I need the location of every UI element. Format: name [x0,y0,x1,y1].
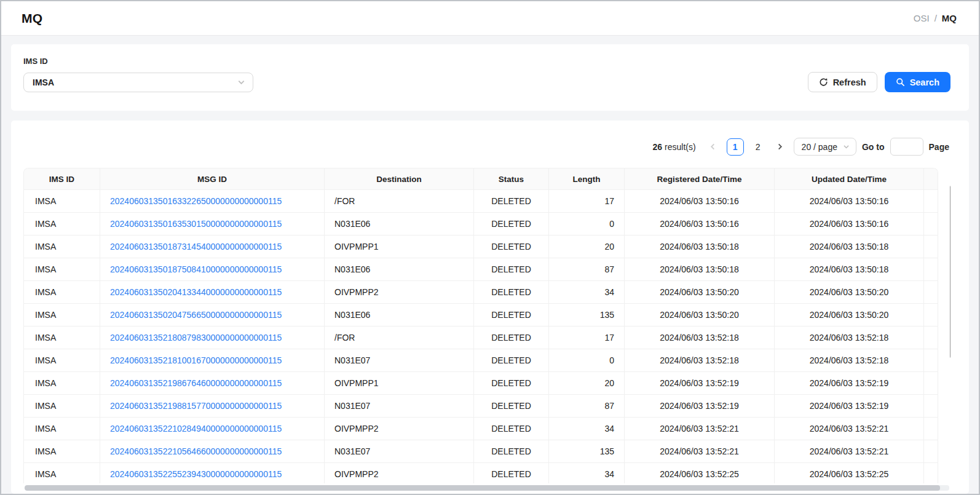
cell-updated: 2024/06/03 13:50:16 [775,190,924,213]
cell-ims-id: IMSA [24,258,100,281]
cell-destination: /FOR [325,190,474,213]
page-size-value: 20 / page [802,142,837,152]
column-header-ims-id: IMS ID [24,168,100,190]
column-header-status: Status [474,168,549,190]
table-row: IMSA 20240603135221056466000000000000011… [24,440,938,463]
cell-destination: N031E06 [325,213,474,236]
cell-ims-id: IMSA [24,395,100,418]
refresh-button-label: Refresh [833,77,866,87]
page-number-1[interactable]: 1 [727,138,744,156]
vertical-scrollbar[interactable]: ▲ ▼ [947,168,950,483]
table-row: IMSA 20240603135020413344000000000000011… [24,281,938,304]
cell-registered: 2024/06/03 13:50:20 [625,281,775,304]
vertical-scrollbar-thumb[interactable] [950,184,950,359]
scroll-down-icon[interactable]: ▼ [947,472,950,481]
page-number-2[interactable]: 2 [749,138,767,156]
cell-ims-id: IMSA [24,327,100,349]
cell-length: 135 [549,440,625,463]
goto-page-input[interactable] [890,138,923,156]
column-header-msg-id: MSG ID [100,168,325,190]
cell-length: 34 [549,281,625,304]
cell-status: DELETED [474,372,549,395]
cell-status: DELETED [474,213,549,236]
cell-length: 17 [549,327,625,349]
cell-spacer [924,236,938,258]
cell-status: DELETED [474,463,549,483]
msg-id-link[interactable]: 202406031352198815770000000000000115 [110,401,282,411]
cell-registered: 2024/06/03 13:50:16 [625,213,775,236]
cell-spacer [924,258,938,281]
table-zone: IMS ID MSG ID Destination Status Length … [23,168,950,483]
cell-ims-id: IMSA [24,349,100,372]
msg-id-link[interactable]: 202406031350187508410000000000000115 [110,264,282,274]
search-button[interactable]: Search [885,72,950,92]
msg-id-link[interactable]: 202406031350163530150000000000000115 [110,219,282,229]
msg-id-link[interactable]: 202406031352180879830000000000000115 [110,333,282,343]
cell-destination: N031E06 [325,258,474,281]
pagination: 26 result(s) 1 2 20 / page Go to Page [23,138,950,156]
cell-destination: OIVPMPP2 [325,281,474,304]
refresh-button[interactable]: Refresh [808,72,877,92]
ims-id-select[interactable]: IMSA [23,73,253,92]
results-count: 26 result(s) [653,142,696,152]
msg-id-link[interactable]: 202406031350204756650000000000000115 [110,310,282,320]
goto-label: Go to [862,142,885,152]
cell-ims-id: IMSA [24,440,100,463]
cell-destination: N031E07 [325,395,474,418]
table-row: IMSA 20240603135218087983000000000000011… [24,327,938,349]
breadcrumb-item-osi[interactable]: OSI [914,13,930,23]
column-header-updated: Updated Date/Time [775,168,924,190]
table-row: IMSA 20240603135218100167000000000000011… [24,349,938,372]
cell-updated: 2024/06/03 13:52:21 [775,440,924,463]
cell-spacer [924,349,938,372]
cell-length: 0 [549,349,625,372]
msg-id-link[interactable]: 202406031352198676460000000000000115 [110,378,282,388]
cell-ims-id: IMSA [24,372,100,395]
msg-id-link[interactable]: 202406031350163322650000000000000115 [110,196,282,206]
horizontal-scrollbar-thumb[interactable] [25,485,940,491]
scroll-up-icon[interactable]: ▲ [947,172,950,180]
cell-status: DELETED [474,395,549,418]
cell-length: 17 [549,190,625,213]
horizontal-scrollbar[interactable] [25,485,949,491]
cell-destination: N031E07 [325,349,474,372]
msg-id-link[interactable]: 202406031352181001670000000000000115 [110,355,282,365]
cell-registered: 2024/06/03 13:52:21 [625,418,775,440]
cell-spacer [924,281,938,304]
column-header-registered: Registered Date/Time [625,168,775,190]
cell-destination: OIVPMPP2 [325,463,474,483]
cell-destination: OIVPMPP2 [325,418,474,440]
next-page-button[interactable] [772,138,788,156]
cell-status: DELETED [474,327,549,349]
cell-length: 0 [549,213,625,236]
cell-length: 20 [549,236,625,258]
table-row: IMSA 20240603135219881577000000000000011… [24,395,938,418]
cell-destination: N031E06 [325,304,474,327]
page-size-select[interactable]: 20 / page [794,138,856,156]
chevron-right-icon [776,143,783,150]
cell-registered: 2024/06/03 13:50:18 [625,258,775,281]
cell-registered: 2024/06/03 13:52:21 [625,440,775,463]
cell-registered: 2024/06/03 13:52:19 [625,395,775,418]
table-row: IMSA 20240603135221028494000000000000011… [24,418,938,440]
search-button-label: Search [910,77,939,87]
cell-updated: 2024/06/03 13:50:18 [775,236,924,258]
cell-spacer [924,372,938,395]
search-icon [896,77,905,87]
msg-id-link[interactable]: 202406031350187314540000000000000115 [110,242,282,251]
table-row: IMSA 20240603135016332265000000000000011… [24,190,938,213]
msg-id-link[interactable]: 202406031352210564660000000000000115 [110,446,282,456]
column-header-spacer [924,168,938,190]
msg-id-link[interactable]: 202406031350204133440000000000000115 [110,287,282,297]
cell-updated: 2024/06/03 13:52:19 [775,372,924,395]
breadcrumb-separator: / [935,13,937,23]
msg-id-link[interactable]: 202406031352255239430000000000000115 [110,469,282,479]
ims-id-label: IMS ID [23,57,950,66]
prev-page-button[interactable] [705,138,721,156]
cell-destination: /FOR [325,327,474,349]
cell-ims-id: IMSA [24,281,100,304]
msg-id-link[interactable]: 202406031352210284940000000000000115 [110,424,282,434]
cell-destination: N031E07 [325,440,474,463]
cell-spacer [924,327,938,349]
cell-length: 34 [549,463,625,483]
